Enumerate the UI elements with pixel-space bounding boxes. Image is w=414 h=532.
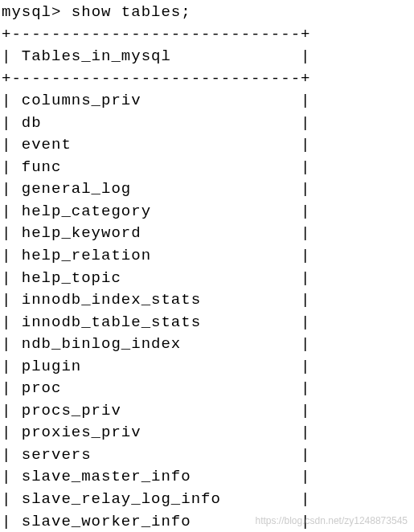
pipe-left: | — [2, 379, 11, 397]
pipe-right: | — [301, 424, 310, 441]
table-header: | Tables_in_mysql | — [2, 46, 414, 68]
pipe-left: | — [2, 335, 11, 353]
table-row: | slave_master_info | — [2, 466, 414, 489]
pipe-right: | — [301, 203, 310, 220]
table-cell: general_log — [11, 180, 301, 198]
pipe-left: | — [2, 358, 11, 375]
pipe-right: | — [301, 136, 310, 153]
table-cell: plugin — [11, 358, 301, 375]
pipe-left: | — [2, 114, 11, 132]
table-row: | help_keyword | — [2, 223, 414, 245]
table-row: | help_relation | — [2, 245, 414, 268]
table-row: | servers | — [2, 444, 414, 467]
pipe-left: | — [2, 424, 11, 441]
table-row: | innodb_table_stats | — [2, 312, 414, 334]
pipe-right: | — [301, 335, 310, 353]
pipe-right: | — [301, 402, 310, 419]
pipe-left: | — [2, 490, 11, 508]
pipe-right: | — [301, 379, 310, 397]
pipe-left: | — [2, 224, 11, 242]
table-row: | plugin | — [2, 356, 414, 379]
table-cell: columns_priv — [11, 92, 301, 109]
pipe-right: | — [301, 291, 310, 309]
table-cell: servers — [11, 446, 301, 464]
watermark: https://blog.csdn.net/zy1248873545 — [256, 514, 408, 528]
table-row: | help_category | — [2, 201, 414, 223]
table-row: | ndb_binlog_index | — [2, 334, 414, 356]
table-row: | columns_priv | — [2, 90, 414, 113]
pipe-left: | — [2, 92, 11, 109]
table-cell: help_topic — [11, 269, 301, 287]
pipe-right: | — [301, 47, 310, 65]
pipe-left: | — [2, 136, 11, 153]
table-cell: proc — [11, 379, 301, 397]
table-row: | slave_relay_log_info | — [2, 489, 414, 511]
table-cell: help_keyword — [11, 224, 301, 242]
table-row: | func | — [2, 157, 414, 179]
table-row: | procs_priv | — [2, 400, 414, 423]
table-cell: slave_master_info — [11, 468, 301, 485]
pipe-right: | — [301, 247, 310, 264]
table-cell: innodb_index_stats — [11, 291, 301, 309]
pipe-left: | — [2, 158, 11, 176]
table-border-top: +-----------------------------+ — [2, 24, 414, 47]
table-body: | columns_priv || db || event || func ||… — [2, 90, 414, 532]
command-text: show tables; — [72, 3, 191, 21]
table-border-mid: +-----------------------------+ — [2, 68, 414, 91]
pipe-right: | — [301, 490, 310, 508]
pipe-right: | — [301, 224, 310, 242]
table-cell: ndb_binlog_index — [11, 335, 301, 353]
table-cell: innodb_table_stats — [11, 313, 301, 331]
pipe-right: | — [301, 114, 310, 132]
command-line: mysql> show tables; — [2, 2, 414, 24]
table-row: | innodb_index_stats | — [2, 289, 414, 312]
pipe-right: | — [301, 468, 310, 485]
pipe-left: | — [2, 47, 11, 65]
pipe-left: | — [2, 402, 11, 419]
pipe-right: | — [301, 358, 310, 375]
pipe-right: | — [301, 180, 310, 198]
table-cell: func — [11, 158, 301, 176]
column-header: Tables_in_mysql — [11, 47, 301, 65]
pipe-left: | — [2, 291, 11, 309]
table-cell: event — [11, 136, 301, 153]
table-row: | proc | — [2, 378, 414, 400]
table-row: | db | — [2, 113, 414, 135]
pipe-right: | — [301, 158, 310, 176]
pipe-left: | — [2, 269, 11, 287]
table-cell: procs_priv — [11, 402, 301, 419]
pipe-left: | — [2, 313, 11, 331]
pipe-left: | — [2, 203, 11, 220]
pipe-left: | — [2, 247, 11, 264]
table-cell: db — [11, 114, 301, 132]
pipe-left: | — [2, 180, 11, 198]
table-row: | help_topic | — [2, 268, 414, 290]
pipe-right: | — [301, 446, 310, 464]
pipe-right: | — [301, 269, 310, 287]
table-row: | event | — [2, 134, 414, 157]
table-row: | general_log | — [2, 178, 414, 201]
pipe-right: | — [301, 313, 310, 331]
table-cell: help_relation — [11, 247, 301, 264]
prompt: mysql> — [2, 3, 72, 21]
pipe-left: | — [2, 468, 11, 485]
table-cell: proxies_priv — [11, 424, 301, 441]
terminal-output: mysql> show tables; +-------------------… — [0, 0, 414, 532]
pipe-left: | — [2, 513, 11, 530]
pipe-left: | — [2, 446, 11, 464]
table-cell: slave_relay_log_info — [11, 490, 301, 508]
table-row: | proxies_priv | — [2, 422, 414, 444]
pipe-right: | — [301, 92, 310, 109]
table-cell: help_category — [11, 203, 301, 220]
